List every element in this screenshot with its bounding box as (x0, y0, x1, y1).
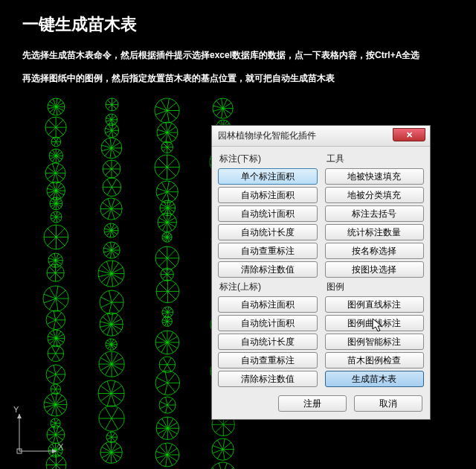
svg-point-131 (46, 310, 65, 330)
svg-marker-834 (17, 414, 22, 418)
svg-line-282 (112, 188, 116, 196)
svg-line-20 (48, 120, 56, 127)
svg-line-61 (47, 191, 56, 193)
btn-select-by-block[interactable]: 按图块选择 (325, 261, 425, 278)
svg-line-470 (167, 181, 170, 191)
svg-line-137 (54, 310, 56, 319)
svg-line-251 (112, 130, 117, 135)
svg-line-612 (156, 455, 167, 458)
svg-line-477 (164, 208, 167, 215)
btn-single-label-area[interactable]: 单个标注面积 (218, 168, 318, 185)
svg-line-126 (44, 299, 56, 303)
svg-line-5 (53, 106, 56, 115)
svg-line-302 (111, 231, 112, 237)
dialog-titlebar[interactable]: 园林植物绿化智能化插件 ✕ (212, 126, 430, 147)
btn-upper-auto-check-dup[interactable]: 自动查重标注 (218, 352, 318, 368)
svg-line-79 (56, 198, 59, 203)
svg-line-602 (161, 418, 167, 428)
btn-groundcover-class-fill[interactable]: 地被分类填充 (325, 187, 425, 203)
btn-legend-smart-label[interactable]: 图例智能标注 (325, 334, 425, 350)
btn-legend-curve-label[interactable]: 图例曲线标注 (325, 315, 425, 331)
svg-line-464 (167, 191, 176, 198)
svg-line-579 (167, 383, 175, 393)
svg-line-442 (167, 123, 172, 133)
svg-line-372 (112, 364, 123, 371)
register-button[interactable]: 注册 (278, 395, 347, 412)
svg-line-185 (51, 394, 56, 405)
svg-point-54 (47, 182, 65, 200)
btn-legend-line-label[interactable]: 图例直线标注 (325, 296, 425, 313)
svg-line-102 (56, 260, 62, 264)
svg-line-99 (56, 228, 65, 237)
svg-point-14 (45, 117, 66, 138)
svg-line-469 (162, 182, 167, 192)
svg-line-38 (50, 152, 56, 156)
svg-line-512 (167, 258, 176, 267)
svg-line-158 (52, 346, 56, 353)
cancel-button[interactable]: 取消 (354, 395, 422, 412)
svg-line-110 (56, 254, 59, 261)
svg-line-562 (161, 342, 167, 353)
svg-line-93 (56, 237, 65, 246)
svg-line-262 (112, 148, 116, 158)
svg-line-536 (167, 284, 176, 292)
btn-auto-stat-length[interactable]: 自动统计长度 (218, 224, 318, 240)
svg-line-816 (213, 446, 223, 450)
btn-clear-label-values[interactable]: 清除标注数值 (218, 261, 318, 278)
svg-line-187 (56, 395, 62, 405)
svg-line-57 (56, 191, 61, 198)
btn-groundcover-quick-fill[interactable]: 地被快速填充 (325, 168, 425, 185)
svg-line-501 (167, 237, 170, 242)
svg-line-483 (167, 202, 171, 208)
svg-line-285 (107, 179, 112, 188)
group-label-upper: 标注(上标) (219, 281, 318, 293)
btn-auto-label-area[interactable]: 自动标注面积 (218, 187, 318, 203)
svg-line-568 (167, 332, 173, 342)
svg-line-378 (100, 358, 112, 365)
svg-line-589 (160, 406, 167, 409)
btn-upper-auto-stat-length[interactable]: 自动统计长度 (218, 334, 318, 350)
btn-upper-auto-stat-area[interactable]: 自动统计面积 (218, 315, 318, 331)
svg-point-287 (100, 198, 122, 220)
btn-upper-clear-label-values[interactable]: 清除标注数值 (218, 371, 318, 387)
svg-line-42 (56, 152, 62, 156)
svg-line-74 (51, 204, 56, 207)
svg-line-124 (56, 299, 58, 311)
svg-line-308 (112, 224, 115, 231)
btn-upper-auto-label-area[interactable]: 自动标注面积 (218, 296, 318, 313)
btn-generate-seedling-table[interactable]: 生成苗木表 (325, 371, 425, 387)
btn-select-by-name[interactable]: 按名称选择 (325, 243, 425, 259)
svg-line-364 (106, 345, 112, 346)
svg-line-555 (167, 316, 168, 322)
svg-line-339 (109, 302, 112, 314)
svg-line-183 (45, 402, 56, 405)
svg-line-527 (167, 269, 172, 274)
svg-line-443 (167, 127, 176, 133)
svg-line-242 (112, 120, 112, 126)
svg-line-450 (164, 143, 167, 147)
btn-remove-brackets[interactable]: 标注去括号 (325, 205, 425, 222)
svg-line-268 (110, 138, 112, 148)
svg-line-123 (56, 299, 65, 307)
svg-line-598 (161, 429, 167, 438)
svg-line-497 (167, 218, 176, 223)
svg-line-47 (53, 173, 56, 183)
btn-auto-stat-area[interactable]: 自动统计面积 (218, 205, 318, 222)
close-button[interactable]: ✕ (393, 128, 425, 141)
svg-point-121 (43, 286, 68, 311)
svg-line-164 (47, 374, 56, 379)
svg-line-613 (156, 451, 167, 454)
btn-stat-label-count[interactable]: 统计标注数量 (325, 224, 425, 240)
svg-line-581 (156, 383, 167, 389)
svg-line-550 (167, 322, 168, 327)
svg-line-261 (112, 148, 120, 154)
btn-seedling-legend-check[interactable]: 苗木图例检查 (325, 352, 425, 368)
svg-line-468 (157, 188, 167, 191)
svg-point-249 (105, 124, 119, 138)
btn-auto-check-dup[interactable]: 自动查重标注 (218, 243, 318, 259)
svg-line-608 (167, 455, 177, 462)
svg-point-485 (158, 213, 176, 232)
svg-point-23 (51, 137, 61, 147)
page-title: 一键生成苗木表 (0, 0, 476, 36)
svg-line-341 (100, 297, 112, 302)
